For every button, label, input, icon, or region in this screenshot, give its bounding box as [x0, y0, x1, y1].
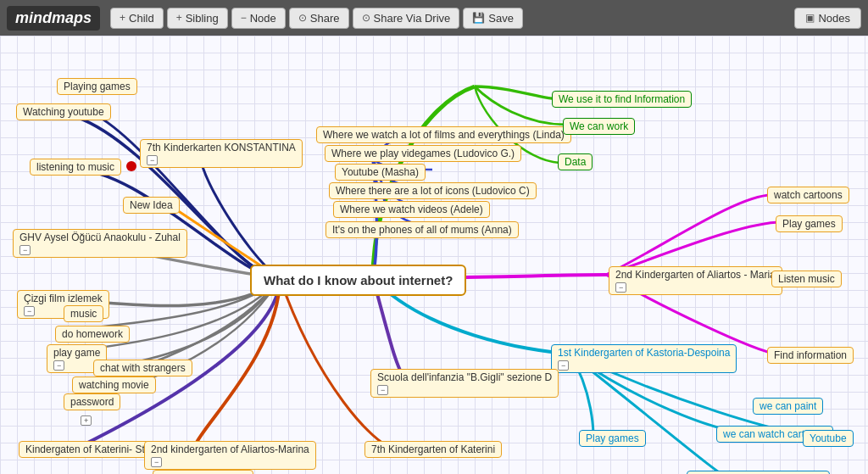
node-play-games-right[interactable]: Play games: [776, 215, 843, 232]
node-watch-cartoons[interactable]: watch cartoons: [767, 187, 849, 204]
node-find-info[interactable]: Find information: [767, 347, 854, 364]
node-playing-games[interactable]: Playing games: [57, 78, 137, 95]
collapse-play-game[interactable]: −: [53, 360, 64, 371]
node-data[interactable]: Data: [558, 153, 593, 170]
node-where-play-vg[interactable]: Where we play videgames (Ludovico G.): [325, 145, 521, 162]
plus-icon: +: [120, 12, 125, 24]
node-where-watch-films[interactable]: Where we watch a lot of films and everyt…: [316, 126, 571, 143]
nodes-icon: ▣: [805, 12, 815, 24]
node-new-idea[interactable]: New Idea: [123, 197, 180, 214]
node-youtube-masha[interactable]: Youtube (Masha): [335, 164, 426, 181]
node-talk-relatives[interactable]: we can talk with our relatives: [687, 471, 830, 474]
toolbar: mindmaps + Child + Sibling − Node ⊙ Shar…: [0, 0, 868, 36]
node-7th-kinder[interactable]: 7th Kinderkarten KONSTANTINA−: [140, 139, 303, 168]
node-where-icons[interactable]: Where there are a lot of icons (Ludovico…: [329, 182, 537, 199]
node-watching-youtube[interactable]: Watching youtube: [16, 103, 111, 120]
collapse-ghv[interactable]: −: [19, 245, 31, 255]
drive-icon: ⊙: [362, 12, 370, 24]
node-button[interactable]: − Node: [231, 8, 286, 29]
plus-icon-sibling: +: [176, 12, 182, 24]
node-1st-kastoria[interactable]: 1st Kindergarten of Kastoria-Despoina−: [551, 344, 737, 373]
save-button[interactable]: 💾 Save: [463, 8, 523, 29]
node-where-watch-videos[interactable]: Where we watch videos (Adele): [333, 201, 490, 218]
node-listen-music[interactable]: Listen music: [771, 270, 842, 287]
center-node[interactable]: What do I know about internet?: [250, 265, 466, 296]
node-2nd-aliartos[interactable]: 2nd kindergarten of Aliartos-Marina−: [144, 441, 316, 470]
expand-bottom-left[interactable]: +: [81, 415, 92, 426]
node-play-games-bottom[interactable]: Play games: [579, 430, 646, 447]
collapse-czigfilm[interactable]: −: [24, 306, 35, 316]
node-2nd-kinder-maria[interactable]: 2nd Kindergarten of Aliartos - Maria−: [609, 266, 782, 295]
nodes-button[interactable]: ▣ Nodes: [794, 8, 861, 29]
node-watching-movie[interactable]: watching movie: [72, 376, 156, 393]
node-listening-music[interactable]: listening to music: [30, 159, 121, 176]
collapse-1st-kastoria[interactable]: −: [558, 360, 569, 371]
collapse-7th-kinder[interactable]: −: [147, 155, 158, 165]
share-icon: ⊙: [298, 12, 307, 24]
sibling-button[interactable]: + Sibling: [167, 8, 228, 29]
share-drive-button[interactable]: ⊙ Share Via Drive: [353, 8, 460, 29]
node-we-use-info[interactable]: We use it to find Information: [552, 91, 692, 108]
child-button[interactable]: + Child: [110, 8, 164, 29]
mindmap-canvas: What do I know about internet? Playing g…: [0, 36, 868, 474]
node-do-homework[interactable]: do homework: [55, 326, 130, 343]
svg-point-0: [126, 161, 136, 171]
node-chat-strangers[interactable]: chat with strangers: [93, 360, 192, 376]
app-logo: mindmaps: [7, 6, 100, 31]
collapse-2nd-aliartos[interactable]: −: [151, 457, 162, 467]
node-we-can-paint[interactable]: we can paint: [753, 398, 823, 415]
node-youtube-right[interactable]: Youtube: [803, 430, 854, 447]
minus-icon-node: −: [241, 12, 247, 24]
node-we-can-work[interactable]: We can work: [563, 118, 635, 135]
node-7th-katerini[interactable]: 7th Kindergarten of Katerini: [364, 441, 502, 458]
collapse-2nd-maria[interactable]: −: [615, 282, 626, 293]
node-scuola[interactable]: Scuola dell'infanzia "B.Gigli" sezione D…: [370, 369, 559, 398]
node-phones-mums[interactable]: It's on the phones of all of mums (Anna): [326, 221, 519, 238]
node-we-play-games[interactable]: we can play games: [153, 470, 253, 474]
collapse-scuola[interactable]: −: [377, 385, 388, 395]
node-password[interactable]: password: [64, 393, 120, 410]
save-icon: 💾: [472, 12, 485, 24]
node-ghv-aysel[interactable]: GHV Aysel Öğücü Anaokulu - Zuhal−: [13, 229, 187, 258]
share-button[interactable]: ⊙ Share: [289, 8, 349, 29]
node-music[interactable]: music: [64, 305, 103, 322]
